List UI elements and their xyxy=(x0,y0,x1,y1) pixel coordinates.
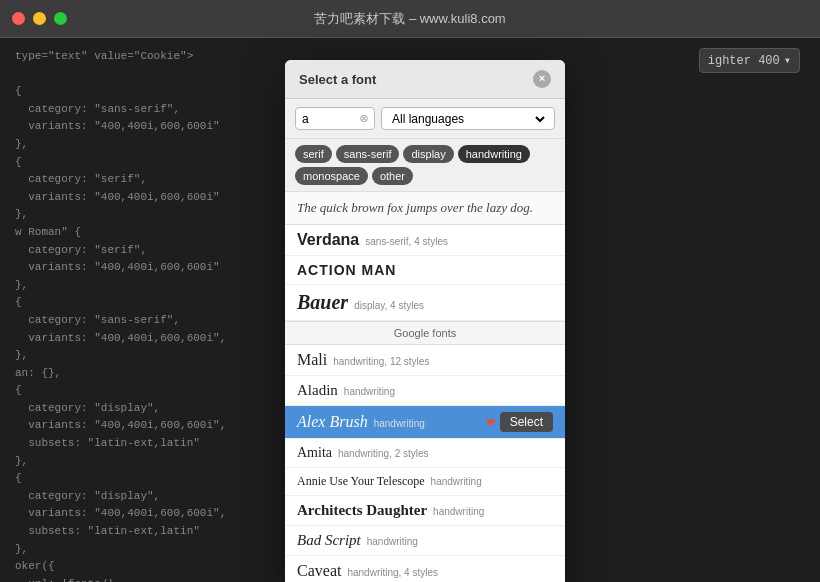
font-name-verdana: Verdana xyxy=(297,231,359,249)
font-name-alexbrush: Alex Brush xyxy=(297,413,368,431)
search-input-wrap: ⊗ xyxy=(295,107,375,130)
dialog-header: Select a font × xyxy=(285,60,565,99)
window-title: 苦力吧素材下载 – www.kuli8.com xyxy=(314,10,505,28)
font-name-aladin: Aladin xyxy=(297,382,338,399)
dialog-search-row: ⊗ All languages xyxy=(285,99,565,139)
font-item-bauer[interactable]: Bauer display, 4 styles xyxy=(285,285,565,321)
dialog-title: Select a font xyxy=(299,72,376,87)
tag-handwriting[interactable]: handwriting xyxy=(458,145,530,163)
font-weight-label: ighter 400 xyxy=(708,54,780,68)
font-item-mali[interactable]: Mali handwriting, 12 styles xyxy=(285,345,565,376)
chevron-down-icon: ▾ xyxy=(784,53,791,68)
minimize-button[interactable] xyxy=(33,12,46,25)
font-name-actionman: ACTION MAN xyxy=(297,262,396,278)
tag-other[interactable]: other xyxy=(372,167,413,185)
heart-icon[interactable]: ❤ xyxy=(486,412,496,432)
font-item-verdana[interactable]: Verdana sans-serif, 4 styles xyxy=(285,225,565,256)
font-meta-bauer: display, 4 styles xyxy=(354,300,424,311)
dialog-close-button[interactable]: × xyxy=(533,70,551,88)
font-item-amita[interactable]: Amita handwriting, 2 styles xyxy=(285,439,565,468)
font-name-mali: Mali xyxy=(297,351,327,369)
tag-display[interactable]: display xyxy=(403,145,453,163)
font-search-input[interactable] xyxy=(302,112,360,126)
font-item-architects[interactable]: Architects Daughter handwriting xyxy=(285,496,565,526)
font-preview-text: The quick brown fox jumps over the lazy … xyxy=(285,192,565,225)
clear-search-icon[interactable]: ⊗ xyxy=(360,110,368,127)
font-meta-caveat: handwriting, 4 styles xyxy=(347,567,438,578)
selected-actions: ❤ Select xyxy=(486,412,553,432)
font-name-architects: Architects Daughter xyxy=(297,502,427,519)
font-meta-alexbrush: handwriting xyxy=(374,418,425,429)
font-name-caveat: Caveat xyxy=(297,562,341,580)
font-meta-mali: handwriting, 12 styles xyxy=(333,356,429,367)
font-name-badscript: Bad Script xyxy=(297,532,361,549)
font-item-annie[interactable]: Annie Use Your Telescope handwriting xyxy=(285,468,565,496)
font-item-caveat[interactable]: Caveat handwriting, 4 styles xyxy=(285,556,565,582)
tag-monospace[interactable]: monospace xyxy=(295,167,368,185)
font-meta-amita: handwriting, 2 styles xyxy=(338,448,429,459)
font-name-bauer: Bauer xyxy=(297,291,348,314)
font-meta-architects: handwriting xyxy=(433,506,484,517)
close-button[interactable] xyxy=(12,12,25,25)
font-picker-dialog: Select a font × ⊗ All languages serif sa… xyxy=(285,60,565,582)
maximize-button[interactable] xyxy=(54,12,67,25)
font-name-amita: Amita xyxy=(297,445,332,461)
font-item-actionman[interactable]: ACTION MAN xyxy=(285,256,565,285)
font-meta-verdana: sans-serif, 4 styles xyxy=(365,236,448,247)
google-fonts-section-header: Google fonts xyxy=(285,321,565,345)
font-item-aladin[interactable]: Aladin handwriting xyxy=(285,376,565,406)
font-name-annie: Annie Use Your Telescope xyxy=(297,474,425,489)
language-select[interactable]: All languages xyxy=(388,111,548,127)
tag-serif[interactable]: serif xyxy=(295,145,332,163)
filter-tags: serif sans-serif display handwriting mon… xyxy=(285,139,565,192)
title-bar: 苦力吧素材下载 – www.kuli8.com xyxy=(0,0,820,38)
select-button[interactable]: Select xyxy=(500,412,553,432)
font-meta-annie: handwriting xyxy=(431,476,482,487)
font-item-alexbrush[interactable]: Alex Brush handwriting ❤ Select xyxy=(285,406,565,439)
window-controls xyxy=(12,12,67,25)
font-meta-badscript: handwriting xyxy=(367,536,418,547)
font-meta-aladin: handwriting xyxy=(344,386,395,397)
font-item-badscript[interactable]: Bad Script handwriting xyxy=(285,526,565,556)
font-weight-widget[interactable]: ighter 400 ▾ xyxy=(699,48,800,73)
language-select-wrap: All languages xyxy=(381,107,555,130)
tag-sans-serif[interactable]: sans-serif xyxy=(336,145,400,163)
font-list[interactable]: Verdana sans-serif, 4 styles ACTION MAN … xyxy=(285,225,565,582)
